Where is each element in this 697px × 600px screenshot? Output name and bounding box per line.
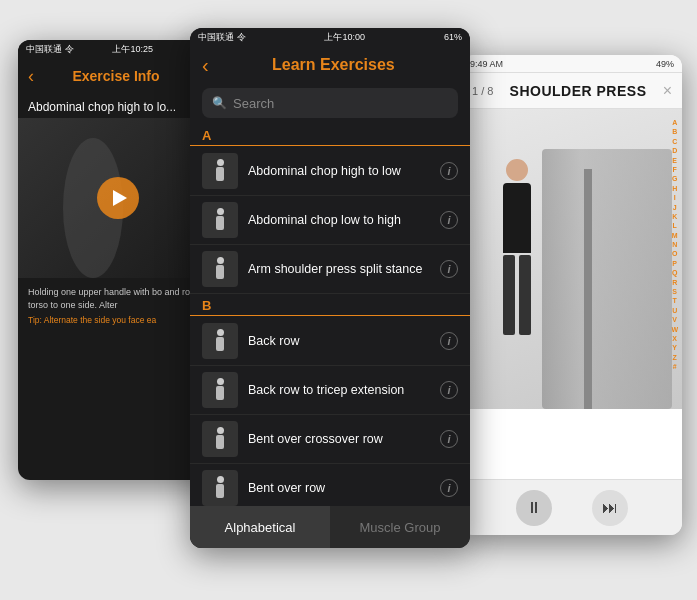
alpha-z[interactable]: Z [671,354,678,362]
tab-muscle-group[interactable]: Muscle Group [330,506,470,548]
list-item[interactable]: Arm shoulder press split stance i [190,245,470,294]
left-phone: 中国联通 令 上午10:25 57% ‹ Exercise Info Abdom… [18,40,218,480]
exercise-name: Abdominal chop high to low [248,164,430,178]
exercise-name: Bent over crossover row [248,432,430,446]
section-b-header: B [190,294,470,316]
alpha-y[interactable]: Y [671,344,678,352]
info-button[interactable]: i [440,479,458,497]
pause-button[interactable]: ⏸ [516,490,552,526]
search-input[interactable]: Search [233,96,274,111]
list-item[interactable]: Abdominal chop low to high i [190,196,470,245]
skip-button[interactable]: ⏭ [592,490,628,526]
exercise-name: Abdominal chop low to high [248,213,430,227]
alpha-b[interactable]: B [671,128,678,136]
machine-body [542,149,672,409]
mid-header: ‹ Learn Exercises [190,46,470,84]
left-time: 上午10:25 [112,43,153,56]
alpha-q[interactable]: Q [671,269,678,277]
right-status-bar: 9:49 AM 49% [462,55,682,73]
list-item[interactable]: Back row to tricep extension i [190,366,470,415]
mid-time: 上午10:00 [324,31,365,44]
alpha-l[interactable]: L [671,222,678,230]
middle-phone: 中国联通 令 上午10:00 61% ‹ Learn Exercises 🔍 S… [190,28,470,548]
mid-carrier: 中国联通 令 [198,31,246,44]
left-exercise-title: Abdominal chop high to lo... [18,94,218,118]
mid-status-bar: 中国联通 令 上午10:00 61% [190,28,470,46]
info-button[interactable]: i [440,211,458,229]
alpha-w[interactable]: W [671,326,678,334]
exercise-description: Holding one upper handle with bo and rot… [18,278,218,315]
info-button[interactable]: i [440,260,458,278]
right-phone: 9:49 AM 49% 1 / 8 SHOULDER PRESS × A B C… [462,55,682,535]
alpha-p[interactable]: P [671,260,678,268]
alpha-x[interactable]: X [671,335,678,343]
pause-icon: ⏸ [526,499,542,517]
exercise-header: 1 / 8 SHOULDER PRESS × [462,73,682,109]
playback-controls: ⏸ ⏭ [462,479,682,535]
alpha-a[interactable]: A [671,119,678,127]
mid-title: Learn Exercises [209,56,458,74]
exercise-name: Back row [248,334,430,348]
tab-alphabetical[interactable]: Alphabetical [190,506,330,548]
alpha-hash[interactable]: # [671,363,678,371]
alpha-r[interactable]: R [671,279,678,287]
alpha-j[interactable]: J [671,204,678,212]
exercise-thumb [202,202,238,238]
alpha-c[interactable]: C [671,138,678,146]
play-button[interactable] [97,177,139,219]
mid-back-arrow[interactable]: ‹ [202,54,209,77]
alpha-f[interactable]: F [671,166,678,174]
list-item[interactable]: Back row i [190,317,470,366]
list-item[interactable]: Bent over crossover row i [190,415,470,464]
alpha-e[interactable]: E [671,157,678,165]
alpha-t[interactable]: T [671,297,678,305]
alpha-m[interactable]: M [671,232,678,240]
skip-icon: ⏭ [602,499,618,517]
person-head [506,159,528,181]
search-icon: 🔍 [212,96,227,110]
info-button[interactable]: i [440,332,458,350]
exercise-name: Back row to tricep extension [248,383,430,397]
exercise-name: Bent over row [248,481,430,495]
exercise-thumb [202,323,238,359]
info-button[interactable]: i [440,162,458,180]
alpha-u[interactable]: U [671,307,678,315]
alpha-g[interactable]: G [671,175,678,183]
exercise-title: SHOULDER PRESS [510,83,647,99]
exercise-thumb [202,470,238,506]
info-button[interactable]: i [440,381,458,399]
exercise-counter: 1 / 8 [472,85,493,97]
exercise-tip: Tip: Alternate the side you face ea [18,315,218,333]
alpha-n[interactable]: N [671,241,678,249]
mid-battery: 61% [444,32,462,42]
info-button[interactable]: i [440,430,458,448]
alpha-h[interactable]: H [671,185,678,193]
section-a-header: A [190,124,470,146]
right-time: 9:49 AM [470,59,503,69]
alpha-o[interactable]: O [671,250,678,258]
right-battery: 49% [656,59,674,69]
left-back-arrow[interactable]: ‹ [28,66,34,87]
exercise-main-image: A B C D E F G H I J K L M N O P Q R S T … [462,109,682,409]
list-item[interactable]: Abdominal chop high to low i [190,147,470,196]
person-leg-right [519,255,531,335]
left-title: Exercise Info [42,68,190,84]
left-carrier: 中国联通 令 [26,43,74,56]
bottom-tabs: Alphabetical Muscle Group [190,506,470,548]
left-status-bar: 中国联通 令 上午10:25 57% [18,40,218,58]
machine-pole [584,169,592,409]
alpha-v[interactable]: V [671,316,678,324]
video-area[interactable] [18,118,218,278]
alpha-s[interactable]: S [671,288,678,296]
exercise-thumb [202,372,238,408]
alpha-d[interactable]: D [671,147,678,155]
alphabet-sidebar[interactable]: A B C D E F G H I J K L M N O P Q R S T … [671,119,678,372]
exercise-thumb [202,153,238,189]
close-button[interactable]: × [663,82,672,100]
alpha-k[interactable]: K [671,213,678,221]
exercise-thumb [202,251,238,287]
left-header: ‹ Exercise Info [18,58,218,94]
person-body [503,183,531,253]
alpha-i[interactable]: I [671,194,678,202]
search-bar[interactable]: 🔍 Search [202,88,458,118]
